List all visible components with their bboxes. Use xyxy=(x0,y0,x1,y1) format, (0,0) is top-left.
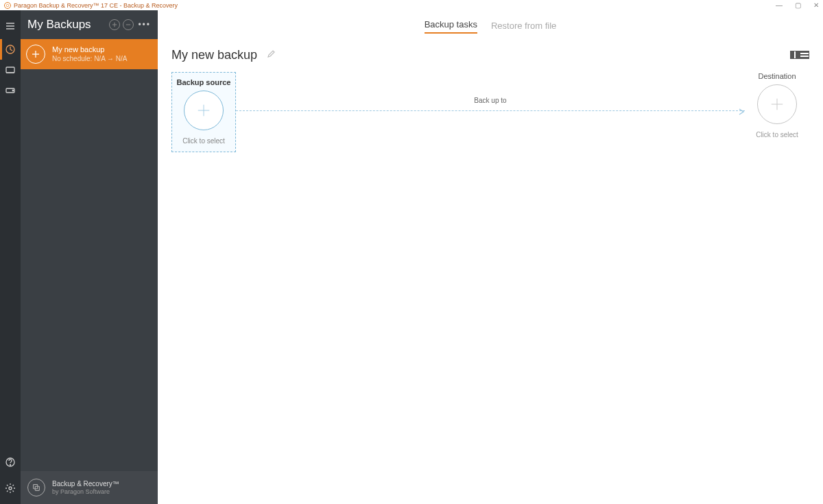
sidebar-title: My Backups xyxy=(27,18,106,32)
vendor-name: by Paragon Software xyxy=(52,488,119,496)
minimize-button[interactable]: — xyxy=(776,1,783,9)
backup-item-name: My new backup xyxy=(52,45,128,54)
view-card-button[interactable] xyxy=(790,51,800,59)
backup-title: My new backup xyxy=(171,48,257,62)
source-label: Backup source xyxy=(172,78,235,86)
backup-item-schedule: No schedule: N/A → N/A xyxy=(52,55,128,63)
close-button[interactable]: ✕ xyxy=(813,1,819,9)
source-hint: Click to select xyxy=(172,137,235,145)
flow-arrow: Back up to xyxy=(236,72,745,141)
destination-hint: Click to select xyxy=(745,131,809,139)
svg-rect-5 xyxy=(6,67,14,73)
destination-card[interactable]: Destination Click to select xyxy=(745,72,809,139)
svg-point-8 xyxy=(12,90,14,91)
destination-plus-icon xyxy=(757,84,797,124)
product-name: Backup & Recovery™ xyxy=(52,480,119,488)
settings-icon[interactable] xyxy=(0,478,21,499)
app-icon xyxy=(4,2,11,9)
destination-label: Destination xyxy=(745,72,809,80)
help-icon[interactable] xyxy=(0,452,21,472)
rail-media-builder-icon[interactable] xyxy=(0,60,21,80)
rail-backups-icon[interactable] xyxy=(0,39,21,60)
source-plus-icon xyxy=(184,91,224,130)
add-backup-button[interactable] xyxy=(109,19,120,30)
rail-disk-icon[interactable] xyxy=(0,80,21,101)
plus-icon xyxy=(26,45,45,64)
edit-name-button[interactable] xyxy=(267,49,275,61)
maximize-button[interactable]: ▢ xyxy=(795,1,801,9)
main-area: Backup tasks Restore from file My new ba… xyxy=(158,10,823,504)
backup-source-card[interactable]: Backup source Click to select xyxy=(171,72,236,152)
arrow-head-icon xyxy=(738,106,746,119)
svg-point-10 xyxy=(10,465,11,466)
more-options-button[interactable]: ••• xyxy=(138,20,151,29)
arrow-label: Back up to xyxy=(236,97,745,104)
tab-backup-tasks[interactable]: Backup tasks xyxy=(425,19,477,34)
view-list-button[interactable] xyxy=(800,51,809,59)
menu-toggle-button[interactable] xyxy=(0,16,21,36)
svg-point-11 xyxy=(9,487,12,490)
view-switcher xyxy=(790,51,809,59)
svg-point-0 xyxy=(6,4,9,7)
sidebar: My Backups ••• My new backup No schedule… xyxy=(21,10,158,504)
window-titlebar: Paragon Backup & Recovery™ 17 CE - Backu… xyxy=(0,0,823,10)
sidebar-footer: Backup & Recovery™ by Paragon Software xyxy=(21,471,158,504)
window-title: Paragon Backup & Recovery™ 17 CE - Backu… xyxy=(14,2,178,9)
icon-rail xyxy=(0,10,21,504)
backup-list-item[interactable]: My new backup No schedule: N/A → N/A xyxy=(21,39,158,69)
remove-backup-button[interactable] xyxy=(123,19,134,30)
tab-restore-from-file[interactable]: Restore from file xyxy=(491,21,556,34)
main-tabs: Backup tasks Restore from file xyxy=(158,10,823,38)
product-logo-icon xyxy=(27,479,45,496)
sidebar-header: My Backups ••• xyxy=(21,10,158,39)
